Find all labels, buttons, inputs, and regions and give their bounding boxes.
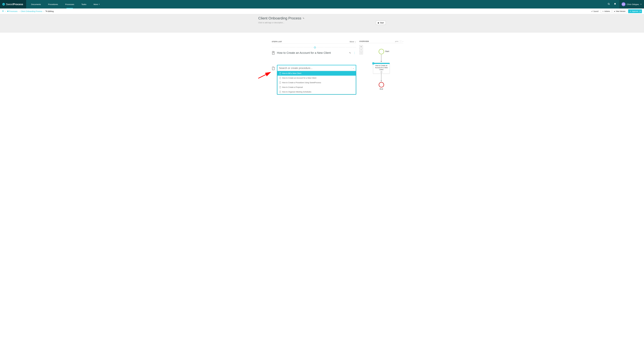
svg-point-1 xyxy=(608,3,609,4)
view-version-button[interactable]: ▸ View Version xyxy=(612,9,627,13)
flow-start-label: Start xyxy=(385,50,389,52)
header-section: Client Onboarding Process ✎ Click to add… xyxy=(0,14,644,33)
breadcrumb-bar: › Processes › Client Onboarding Process … xyxy=(0,8,644,14)
nav-documents[interactable]: Documents xyxy=(28,0,44,8)
add-step-row: ⌄ How to Bill a New Client How to Create… xyxy=(272,65,356,95)
start-button[interactable]: ▶ Start xyxy=(376,21,386,25)
flow-end-label: End xyxy=(379,88,384,90)
kebab-menu-icon[interactable]: ⋮ xyxy=(353,51,356,55)
svg-line-6 xyxy=(258,72,270,78)
procedure-search-input[interactable] xyxy=(279,67,351,70)
dropdown-option[interactable]: How to Create a Proposal xyxy=(278,85,356,90)
flow-end-node[interactable] xyxy=(379,82,384,87)
flow-arrow xyxy=(381,54,382,62)
nav-procedures[interactable]: Procedures xyxy=(44,0,62,8)
procedure-search-box: ⌄ How to Bill a New Client How to Create… xyxy=(277,65,356,95)
document-icon xyxy=(279,91,281,93)
dropdown-option[interactable]: How to Organize Meeting Schedules xyxy=(278,90,356,94)
document-icon xyxy=(272,67,275,70)
nav-items: Documents Procedures Processes Tasks Mor… xyxy=(28,0,104,8)
dropdown-option[interactable]: How to Create an Account for a New Clien… xyxy=(278,76,356,80)
chevron-down-icon: ⌄ xyxy=(354,40,356,43)
overview-column: OVERVIEW print ⛶ › + − ⛶ Start 1 How to … xyxy=(359,40,403,95)
chevron-down-icon: ▼ xyxy=(640,3,642,5)
pencil-icon: ✎ xyxy=(46,10,47,12)
user-menu[interactable]: CO Chris Odogwu ▼ xyxy=(619,0,644,8)
flow-step-card[interactable]: 1 How to Create an Account for a New Cli… xyxy=(373,63,390,74)
chevron-right-icon[interactable]: › xyxy=(403,40,403,42)
search-icon[interactable] xyxy=(607,2,611,6)
breadcrumb-separator: › xyxy=(44,10,44,12)
breadcrumb: › Processes › Client Onboarding Process … xyxy=(2,10,54,12)
svg-rect-4 xyxy=(8,11,8,12)
breadcrumb-item[interactable]: Client Onboarding Process xyxy=(21,10,42,12)
tag-description-placeholder[interactable]: Click to add tags or description... xyxy=(258,22,386,24)
flow-arrow xyxy=(381,73,382,82)
document-icon xyxy=(279,77,281,79)
flow-card-text: How to Create an Account for a New Clien… xyxy=(373,64,390,71)
step-item[interactable]: 1 How to Create an Account for a New Cli… xyxy=(272,50,356,56)
dropdown-option[interactable]: How to Bill a New Client xyxy=(278,71,356,76)
brand-icon xyxy=(2,3,5,6)
breadcrumb-separator: › xyxy=(19,10,20,12)
steps-more[interactable]: More ⌄ xyxy=(350,40,356,43)
expand-icon[interactable]: ⛶ xyxy=(400,40,401,42)
document-icon xyxy=(279,82,281,84)
pencil-icon[interactable]: ✎ xyxy=(349,52,351,54)
step-number-badge: 1 xyxy=(372,62,374,64)
expand-step-icon[interactable]: + xyxy=(380,71,382,73)
steps-header: STEPS LIST More ⌄ xyxy=(272,40,356,44)
print-link[interactable]: print xyxy=(395,40,398,42)
home-icon[interactable] xyxy=(2,10,4,12)
chevron-down-icon: ▼ xyxy=(98,3,100,5)
flow-diagram: Start 1 How to Create an Account for a N… xyxy=(359,47,403,93)
nav-tasks[interactable]: Tasks xyxy=(78,0,90,8)
nav-right: CO Chris Odogwu ▼ xyxy=(607,0,642,8)
nav-more[interactable]: More ▼ xyxy=(90,0,104,8)
approve-button[interactable]: ✔ Approve | ▾ xyxy=(628,9,642,13)
user-name: Chris Odogwu xyxy=(627,3,639,5)
nav-processes[interactable]: Processes xyxy=(62,0,78,8)
brand-text: SweetProcess xyxy=(6,3,23,6)
brand-logo: SweetProcess xyxy=(2,3,23,6)
bell-icon[interactable] xyxy=(613,2,617,6)
dropdown-option[interactable]: How to Create a Procedure Using SweetPro… xyxy=(278,80,356,85)
overview-actions: print ⛶ › xyxy=(395,40,403,42)
avatar: CO xyxy=(622,2,626,6)
overview-header: OVERVIEW print ⛶ › xyxy=(359,40,403,43)
top-navigation: SweetProcess Documents Procedures Proces… xyxy=(0,0,644,8)
steps-column: STEPS LIST More ⌄ 1 How to Create an Acc… xyxy=(272,40,356,95)
svg-line-2 xyxy=(609,4,610,5)
document-icon xyxy=(279,86,281,88)
overview-title: OVERVIEW xyxy=(359,40,369,42)
saved-indicator: ✔ Saved xyxy=(590,10,600,12)
procedure-dropdown: How to Bill a New Client How to Create a… xyxy=(278,71,356,94)
breadcrumb-separator: › xyxy=(5,10,6,12)
dropdown-toggle-icon[interactable]: ⌄ xyxy=(351,67,354,69)
page-title[interactable]: Client Onboarding Process ✎ xyxy=(258,16,386,20)
document-icon: 1 xyxy=(272,51,275,55)
timeline-marker xyxy=(272,47,356,47)
step-title: How to Create an Account for a New Clien… xyxy=(277,51,347,54)
breadcrumb-actions: ✔ Saved Actions ▸ View Version ✔ Approve… xyxy=(590,9,642,13)
breadcrumb-state: ✎ Editing xyxy=(46,10,54,12)
document-icon xyxy=(279,72,281,74)
annotation-arrow xyxy=(258,71,272,79)
flow-start-node[interactable] xyxy=(379,49,384,54)
svg-text:1: 1 xyxy=(273,52,274,53)
pencil-icon[interactable]: ✎ xyxy=(303,17,304,19)
main-content: STEPS LIST More ⌄ 1 How to Create an Acc… xyxy=(238,40,406,95)
breadcrumb-section[interactable]: Processes xyxy=(7,10,18,12)
actions-button[interactable]: Actions xyxy=(601,9,612,13)
steps-title: STEPS LIST xyxy=(272,41,282,43)
logo-area[interactable]: SweetProcess xyxy=(0,0,26,8)
